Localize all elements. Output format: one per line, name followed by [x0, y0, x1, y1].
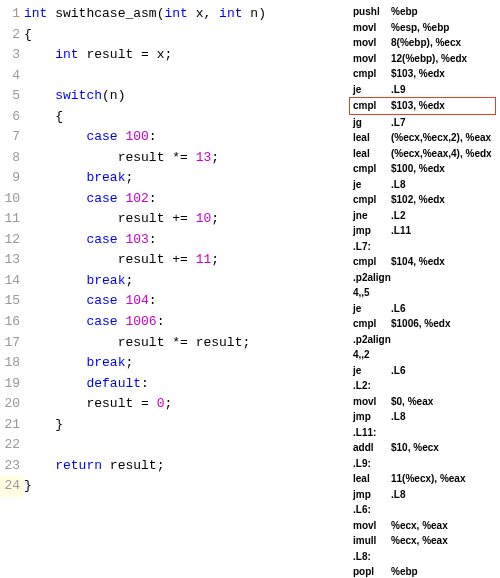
asm-line: movl%ecx, %eax — [349, 518, 496, 534]
asm-mnemonic: leal — [353, 146, 391, 162]
asm-label: .L8: — [349, 549, 496, 565]
code-line: 1int swithcase_asm(int x, int n) — [0, 4, 345, 25]
asm-mnemonic: .p2align 4,,5 — [353, 270, 391, 301]
asm-operands: 11(%ecx), %eax — [391, 471, 492, 487]
asm-pane: pushl%ebpmovl%esp, %ebpmovl8(%ebp), %ecx… — [345, 0, 500, 578]
line-number: 15 — [0, 291, 24, 312]
line-number: 11 — [0, 209, 24, 230]
asm-line: .p2align 4,,2 — [349, 332, 496, 363]
line-number: 23 — [0, 456, 24, 477]
code-line: 13 result += 11; — [0, 250, 345, 271]
code-line: 2{ — [0, 25, 345, 46]
line-number: 9 — [0, 168, 24, 189]
asm-operands: (%ecx,%eax,4), %edx — [391, 146, 492, 162]
asm-label: .L9: — [349, 456, 496, 472]
code-content: int result = x; — [24, 45, 172, 66]
asm-line: movl%esp, %ebp — [349, 20, 496, 36]
asm-line: je.L6 — [349, 301, 496, 317]
asm-operands — [391, 332, 492, 363]
code-line: 18 break; — [0, 353, 345, 374]
code-content: case 100: — [24, 127, 157, 148]
code-line: 22 — [0, 435, 345, 456]
asm-operands: .L9 — [391, 82, 492, 98]
asm-mnemonic: cmpl — [353, 161, 391, 177]
asm-line: .p2align 4,,5 — [349, 270, 496, 301]
asm-operands: 8(%ebp), %ecx — [391, 35, 492, 51]
code-content: result += 10; — [24, 209, 219, 230]
code-content: { — [24, 25, 32, 46]
line-number: 16 — [0, 312, 24, 333]
asm-line: imull%ecx, %eax — [349, 533, 496, 549]
asm-operands: %ebp — [391, 564, 492, 578]
line-number: 7 — [0, 127, 24, 148]
asm-line: jmp.L11 — [349, 223, 496, 239]
code-line: 3 int result = x; — [0, 45, 345, 66]
line-number: 8 — [0, 148, 24, 169]
code-content: case 103: — [24, 230, 157, 251]
asm-operands: $102, %edx — [391, 192, 492, 208]
asm-mnemonic: movl — [353, 20, 391, 36]
code-content: result *= result; — [24, 333, 250, 354]
code-content: break; — [24, 271, 133, 292]
asm-mnemonic: popl — [353, 564, 391, 578]
asm-label: .L7: — [349, 239, 496, 255]
c-code-pane: 1int swithcase_asm(int x, int n)2{3 int … — [0, 0, 345, 578]
code-content: int swithcase_asm(int x, int n) — [24, 4, 266, 25]
line-number: 24 — [0, 476, 24, 497]
line-number: 19 — [0, 374, 24, 395]
asm-mnemonic: movl — [353, 518, 391, 534]
asm-operands: .L11 — [391, 223, 492, 239]
line-number: 10 — [0, 189, 24, 210]
line-number: 1 — [0, 4, 24, 25]
asm-mnemonic: cmpl — [353, 98, 391, 114]
asm-line: cmpl$100, %edx — [349, 161, 496, 177]
line-number: 3 — [0, 45, 24, 66]
asm-line: leal(%ecx,%eax,4), %edx — [349, 146, 496, 162]
asm-line: popl%ebp — [349, 564, 496, 578]
asm-mnemonic: cmpl — [353, 316, 391, 332]
code-content: result += 11; — [24, 250, 219, 271]
code-line: 9 break; — [0, 168, 345, 189]
asm-line: movl8(%ebp), %ecx — [349, 35, 496, 51]
code-line: 4 — [0, 66, 345, 87]
code-line: 24} — [0, 476, 345, 497]
asm-line: cmpl$1006, %edx — [349, 316, 496, 332]
asm-mnemonic: leal — [353, 471, 391, 487]
asm-operands: $100, %edx — [391, 161, 492, 177]
asm-operands: %ecx, %eax — [391, 518, 492, 534]
asm-line: jne.L2 — [349, 208, 496, 224]
asm-operands: %esp, %ebp — [391, 20, 492, 36]
asm-mnemonic: je — [353, 363, 391, 379]
asm-operands: $104, %edx — [391, 254, 492, 270]
code-line: 11 result += 10; — [0, 209, 345, 230]
code-content: break; — [24, 168, 133, 189]
code-line: 20 result = 0; — [0, 394, 345, 415]
asm-line: je.L9 — [349, 82, 496, 98]
asm-mnemonic: je — [353, 301, 391, 317]
asm-mnemonic: cmpl — [353, 192, 391, 208]
code-line: 16 case 1006: — [0, 312, 345, 333]
asm-mnemonic: addl — [353, 440, 391, 456]
code-content: case 104: — [24, 291, 157, 312]
asm-line: cmpl$104, %edx — [349, 254, 496, 270]
asm-mnemonic: .p2align 4,,2 — [353, 332, 391, 363]
asm-mnemonic: jmp — [353, 409, 391, 425]
code-content: return result; — [24, 456, 164, 477]
code-content: result = 0; — [24, 394, 172, 415]
code-content: break; — [24, 353, 133, 374]
line-number: 13 — [0, 250, 24, 271]
code-line: 7 case 100: — [0, 127, 345, 148]
code-line: 12 case 103: — [0, 230, 345, 251]
line-number: 21 — [0, 415, 24, 436]
asm-line: je.L6 — [349, 363, 496, 379]
asm-mnemonic: movl — [353, 394, 391, 410]
asm-operands: 12(%ebp), %edx — [391, 51, 492, 67]
asm-line: movl12(%ebp), %edx — [349, 51, 496, 67]
asm-operands: $0, %eax — [391, 394, 492, 410]
line-number: 17 — [0, 333, 24, 354]
code-line: 15 case 104: — [0, 291, 345, 312]
asm-line: je.L8 — [349, 177, 496, 193]
code-content: switch(n) — [24, 86, 125, 107]
line-number: 6 — [0, 107, 24, 128]
asm-operands: .L6 — [391, 301, 492, 317]
